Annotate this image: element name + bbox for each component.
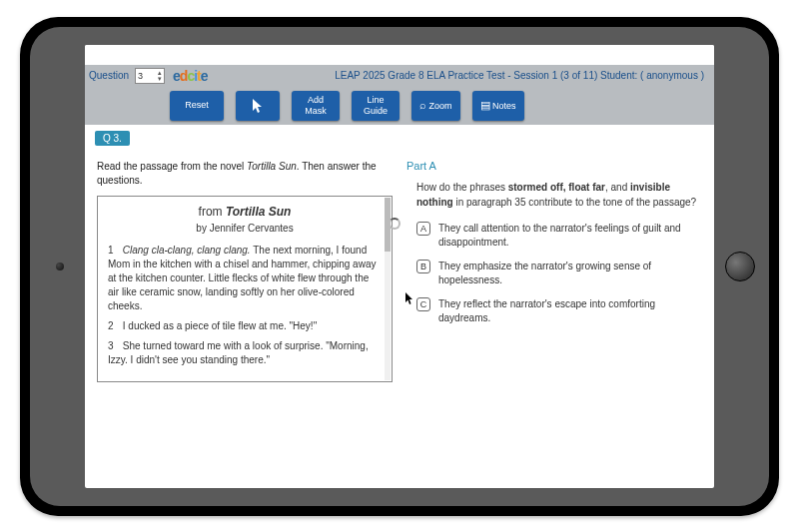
cursor-tool-button[interactable]: [236, 91, 280, 121]
toolbar: Reset AddMask LineGuide ⌕ Zoom ▤ No: [85, 87, 714, 125]
answer-choice[interactable]: A They call attention to the narrator's …: [406, 222, 702, 250]
passage-column: Read the passage from the novel Tortilla…: [97, 160, 393, 382]
reset-button[interactable]: Reset: [170, 91, 224, 121]
choice-letter[interactable]: A: [416, 222, 430, 236]
notes-icon: ▤: [480, 99, 490, 111]
tablet-bezel: Question 3 ▴▾ edcite LEAP 2025 Grade 8 E…: [30, 27, 769, 506]
para-number: 3: [108, 339, 120, 353]
choice-letter[interactable]: B: [416, 260, 430, 273]
cursor-arrow-icon: [251, 98, 265, 114]
choice-text: They call attention to the narrator's fe…: [438, 222, 702, 250]
app-screen: Question 3 ▴▾ edcite LEAP 2025 Grade 8 E…: [85, 45, 714, 488]
top-whitespace: [85, 45, 714, 65]
passage-para: 3 She turned toward me with a look of su…: [108, 339, 382, 367]
zoom-button[interactable]: ⌕ Zoom: [411, 91, 460, 121]
para-italic-lead: Clang cla-clang, clang clang.: [123, 245, 251, 256]
tablet-camera: [56, 263, 64, 270]
notes-label: ▤ Notes: [480, 100, 516, 112]
question-column: Part A How do the phrases stormed off, f…: [406, 160, 702, 382]
test-title: LEAP 2025 Grade 8 ELA Practice Test - Se…: [335, 70, 710, 81]
content-area: Read the passage from the novel Tortilla…: [85, 160, 714, 382]
para-number: 1: [108, 244, 120, 258]
passage-title: from Tortilla Sun: [108, 205, 382, 219]
passage-para: 1 Clang cla-clang, clang clang. The next…: [108, 244, 382, 313]
line-guide-label: LineGuide: [364, 95, 388, 117]
passage-author: by Jennifer Cervantes: [108, 223, 382, 234]
line-guide-button[interactable]: LineGuide: [352, 91, 400, 121]
choice-text: They emphasize the narrator's growing se…: [438, 260, 702, 287]
add-mask-label: AddMask: [305, 95, 327, 117]
question-text: How do the phrases stormed off, float fa…: [406, 180, 702, 210]
tablet-frame: Question 3 ▴▾ edcite LEAP 2025 Grade 8 E…: [20, 17, 779, 516]
reset-label: Reset: [185, 100, 209, 111]
notes-button[interactable]: ▤ Notes: [472, 91, 524, 121]
edcite-logo: edcite: [173, 68, 208, 84]
question-badge: Q 3.: [95, 131, 130, 146]
question-label: Question: [89, 70, 129, 81]
stepper-arrows-icon: ▴▾: [158, 70, 162, 82]
zoom-label: ⌕ Zoom: [419, 100, 452, 112]
mouse-cursor-icon: [404, 291, 414, 308]
instruction-title-italic: Tortilla Sun: [247, 161, 297, 172]
choice-letter[interactable]: C: [416, 297, 430, 311]
add-mask-button[interactable]: AddMask: [292, 91, 340, 121]
para-number: 2: [108, 319, 120, 333]
magnifier-icon: ⌕: [419, 99, 426, 111]
answer-choice[interactable]: B They emphasize the narrator's growing …: [406, 260, 702, 287]
question-number-select[interactable]: 3 ▴▾: [135, 68, 165, 84]
question-number-value: 3: [138, 71, 143, 81]
answer-choice[interactable]: C They reflect the narrator's escape int…: [406, 297, 702, 325]
passage-box: from Tortilla Sun by Jennifer Cervantes …: [97, 196, 393, 382]
choice-text: They reflect the narrator's escape into …: [438, 297, 702, 325]
tablet-home-button[interactable]: [725, 252, 755, 281]
header-bar: Question 3 ▴▾ edcite LEAP 2025 Grade 8 E…: [85, 65, 714, 87]
passage-para: 2 I ducked as a piece of tile flew at me…: [108, 319, 382, 333]
loading-spinner-icon: [389, 218, 400, 230]
part-a-label: Part A: [406, 160, 702, 172]
instructions: Read the passage from the novel Tortilla…: [97, 160, 393, 188]
